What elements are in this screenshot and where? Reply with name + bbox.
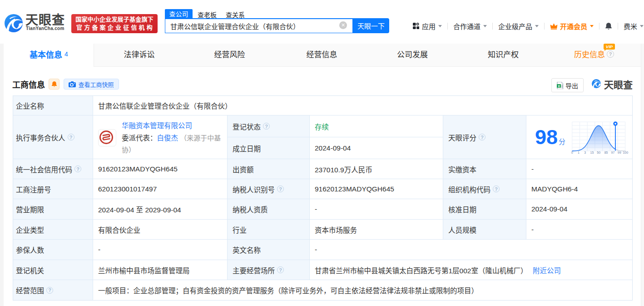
svg-text:1: 1 [578,151,580,154]
svg-text:0: 0 [571,151,573,154]
svg-text:X: X [558,84,560,87]
svg-text:99: 99 [618,151,621,154]
svg-text:3: 3 [584,151,586,154]
svg-text:VIP: VIP [606,44,613,49]
svg-text:50: 50 [597,151,600,154]
svg-text:100: 100 [623,151,628,154]
svg-text:15: 15 [590,151,594,154]
svg-text:85: 85 [604,151,608,154]
svg-text:97: 97 [611,151,615,154]
